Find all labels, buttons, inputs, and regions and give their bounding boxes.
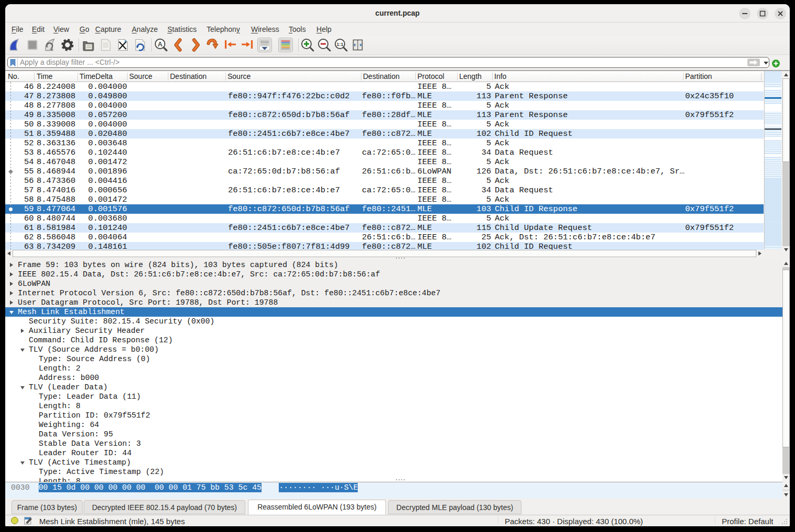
svg-text:1:1: 1:1 <box>336 42 343 47</box>
svg-text:A: A <box>157 41 162 48</box>
